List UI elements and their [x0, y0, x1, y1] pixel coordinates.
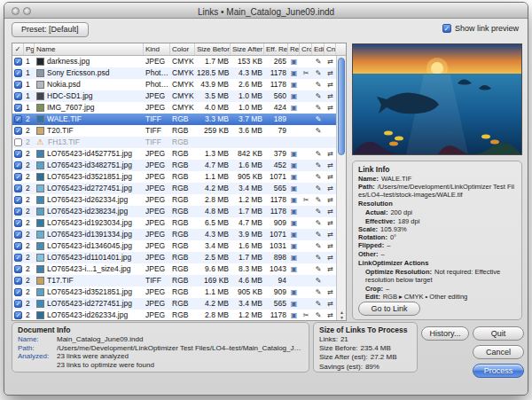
- column-header-cnv[interactable]: Cnv: [325, 43, 336, 55]
- edit-icon: [316, 208, 322, 216]
- title-bar[interactable]: Links • Main_Catalog_June09.indd: [4, 3, 528, 19]
- row-checkbox[interactable]: ✓: [14, 69, 22, 77]
- table-row[interactable]: ✓2LO765423-id1346045.jpgJPEGRGB3.4 MB1.6…: [12, 240, 336, 252]
- table-row[interactable]: ✓2LO765423-id262334.jpgJPEGRGB2.8 MB1.2 …: [12, 194, 336, 206]
- edit-icon-cell: [312, 90, 325, 102]
- table-row[interactable]: ✓2LO765423-id2727451.jpgJPEGRGB4.2 MB3.4…: [12, 298, 336, 310]
- link-name-cell: LO765423-id262334.jpg: [35, 194, 144, 206]
- resample-icon-cell: [288, 263, 300, 275]
- column-header-pg[interactable]: Pg: [24, 43, 35, 55]
- column-header-cb[interactable]: ✓: [12, 43, 24, 55]
- preset-label: Preset:: [21, 25, 47, 34]
- column-header-kind[interactable]: Kind: [144, 43, 170, 55]
- table-row[interactable]: ✓2T20.TIFTIFFRGB259 KB3.6 MB79: [12, 125, 336, 137]
- links-dialog-window: Links • Main_Catalog_June09.indd Preset:…: [4, 2, 528, 396]
- effective-res-cell: [264, 137, 288, 148]
- edit-icon: [316, 242, 322, 250]
- row-checkbox[interactable]: ✓: [14, 311, 22, 319]
- row-checkbox[interactable]: ✓: [14, 92, 22, 100]
- kind-cell: JPEG: [144, 252, 170, 263]
- scrollbar-arrows[interactable]: ▲▼: [337, 310, 347, 320]
- column-header-eff[interactable]: Eff. Res: [264, 43, 288, 55]
- table-row[interactable]: ✓1Nokia.psdPhotoshopCMYK43.9 MB2.6 MB117…: [12, 79, 336, 90]
- link-thumbnail: [36, 300, 44, 308]
- row-checkbox[interactable]: ✓: [14, 231, 22, 239]
- size-after-cell: 3.7 MB: [231, 114, 264, 125]
- minimize-button[interactable]: [23, 7, 31, 15]
- row-checkbox[interactable]: ✓: [14, 127, 22, 135]
- row-checkbox[interactable]: ✓: [14, 196, 22, 204]
- table-row[interactable]: ✓2LO765423-i...1_size4.jpgJPEGRGB9.6 MB8…: [12, 263, 336, 275]
- row-checkbox[interactable]: ✓: [14, 81, 22, 89]
- scroll-down-icon[interactable]: ▼: [337, 315, 347, 320]
- table-row[interactable]: ✓1Sony Ericsson.psdPhotoshopCMYK128.5 MB…: [12, 67, 336, 79]
- table-row[interactable]: ✓2LO765423-id1923034.jpgJPEGRGB6.5 MB4.7…: [12, 217, 336, 229]
- table-body: ✓1darkness.jpgJPEGCMYK1.7 MB153 KB265✓1S…: [12, 56, 336, 320]
- row-checkbox[interactable]: ✓: [14, 300, 22, 308]
- table-header: ✓PgNameKindColorSize BeforeSize AfterEff…: [12, 43, 346, 56]
- row-checkbox[interactable]: ✓: [14, 184, 22, 192]
- close-button[interactable]: [12, 7, 20, 15]
- page-number: 2: [24, 125, 35, 137]
- row-checkbox[interactable]: ✓: [14, 208, 22, 216]
- link-name-cell: darkness.jpg: [35, 56, 144, 67]
- link-thumbnail: [36, 208, 44, 216]
- table-row[interactable]: ✓2LO765423-id238234.jpgJPEGRGB4.8 MB1.7 …: [12, 206, 336, 217]
- row-checkbox[interactable]: ✓: [14, 254, 22, 262]
- table-row[interactable]: ✓2LO765423-id4527751.jpgJPEGRGB1.3 MB842…: [12, 148, 336, 160]
- column-header-crop[interactable]: Crop: [300, 43, 312, 55]
- resample-icon-cell: [288, 252, 300, 263]
- table-row[interactable]: ✓1darkness.jpgJPEGCMYK1.7 MB153 KB265: [12, 56, 336, 67]
- column-header-color[interactable]: Color: [170, 43, 195, 55]
- convert-icon-cell: [325, 171, 336, 183]
- row-checkbox[interactable]: ✓: [14, 161, 22, 169]
- table-row[interactable]: ✓1IMG_7607.jpgJPEGCMYK4.0 MB1.0 MB424: [12, 102, 336, 114]
- column-header-res[interactable]: Res: [288, 43, 300, 55]
- row-checkbox[interactable]: ✓: [14, 219, 22, 227]
- preset-button[interactable]: Preset: [Default]: [12, 22, 89, 37]
- checkbox-check-icon[interactable]: ✓: [442, 24, 451, 33]
- row-checkbox-cell: ✓: [12, 102, 24, 114]
- show-link-preview-checkbox[interactable]: ✓ Show link preview: [442, 24, 519, 33]
- table-scrollbar[interactable]: ▲▼: [336, 56, 346, 320]
- table-row[interactable]: 2⚠FH13.TIFTIFFRGB: [12, 137, 336, 148]
- edit-value: RGB ▸ CMYK • Other editing: [383, 293, 468, 301]
- row-checkbox[interactable]: ✓: [14, 277, 22, 285]
- color-cell: RGB: [170, 240, 195, 252]
- column-header-before[interactable]: Size Before: [195, 43, 231, 55]
- cancel-button[interactable]: Cancel: [473, 345, 524, 359]
- color-cell: RGB: [170, 114, 195, 125]
- scrollbar-thumb[interactable]: [338, 58, 345, 155]
- effective-row: Effective:189 dpi: [358, 217, 516, 225]
- table-row[interactable]: ✓2T17.TIFTIFFRGB169 KB4.6 MB94: [12, 275, 336, 286]
- row-checkbox[interactable]: ✓: [14, 58, 22, 66]
- table-row[interactable]: ✓1HDC-SD1.jpgJPEGCMYK3.5 MB1.0 MB560: [12, 90, 336, 102]
- go-to-link-button[interactable]: Go to Link: [358, 302, 420, 316]
- table-row[interactable]: ✓2LO765423-id1101401.jpgJPEGRGB2.5 MB1.7…: [12, 252, 336, 263]
- table-row[interactable]: ✓2LO765423-id1391334.jpgJPEGRGB4.3 MB3.9…: [12, 229, 336, 240]
- color-cell: RGB: [170, 252, 195, 263]
- table-row[interactable]: ✓2LO765423-id2727451.jpgJPEGRGB4.2 MB3.4…: [12, 183, 336, 194]
- quit-button[interactable]: Quit: [473, 326, 524, 341]
- row-checkbox[interactable]: ✓: [14, 242, 22, 250]
- row-checkbox[interactable]: ✓: [14, 173, 22, 181]
- links-count-row: Links:21: [319, 335, 411, 344]
- table-row[interactable]: ✓2LO765423-id262334.jpgJPEGRGB2.8 MB1.2 …: [12, 310, 336, 320]
- column-header-edit[interactable]: Edit: [312, 43, 325, 55]
- row-checkbox[interactable]: ✓: [14, 104, 22, 112]
- row-checkbox[interactable]: ✓: [14, 265, 22, 273]
- effective-res-cell: 565: [264, 183, 288, 194]
- row-checkbox[interactable]: ✓: [14, 150, 22, 158]
- page-number: 2: [24, 171, 35, 183]
- row-checkbox[interactable]: ✓: [14, 288, 22, 296]
- row-checkbox[interactable]: [14, 138, 22, 146]
- table-row[interactable]: ✓2LO765423-id3482751.jpgJPEGRGB4.7 MB1.6…: [12, 160, 336, 171]
- column-header-after[interactable]: Size After: [231, 43, 264, 55]
- table-row[interactable]: ✓2WALE.TIFTIFFRGB3.3 MB3.7 MB189: [12, 114, 336, 125]
- table-row[interactable]: ✓2LO765423-id3521851.jpgJPEGRGB1.1 MB905…: [12, 286, 336, 298]
- column-header-name[interactable]: Name: [35, 43, 144, 55]
- history-button[interactable]: History...: [421, 326, 469, 341]
- row-checkbox[interactable]: ✓: [14, 115, 22, 123]
- process-button[interactable]: Process: [473, 364, 524, 378]
- table-row[interactable]: ✓2LO765423-id3521851.jpgJPEGRGB1.1 MB905…: [12, 171, 336, 183]
